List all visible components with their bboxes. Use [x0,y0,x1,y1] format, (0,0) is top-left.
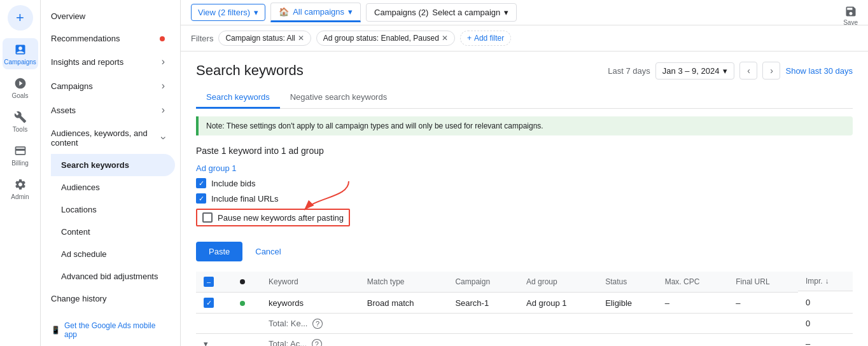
cancel-button[interactable]: Cancel [245,242,291,261]
date-selector: Last 7 days Jan 3 – 9, 2024 ▾ ‹ › Show l… [608,62,853,80]
table-header-status[interactable]: Status [598,272,657,293]
campaigns-chevron: › [162,80,165,92]
note-text: Note: These settings don't apply to all … [206,121,543,130]
filters-bar: Filters Campaign status: All ✕ Ad group … [181,25,868,52]
sidebar-item-assets[interactable]: Assets › [41,98,175,122]
sidebar-item-recommendations[interactable]: Recommendations [41,27,175,50]
date-range-value: Jan 3 – 9, 2024 [662,66,720,76]
sidebar-item-content[interactable]: Content [51,221,175,243]
ad-group-status-chip[interactable]: Ad group status: Enabled, Paused ✕ [316,31,455,46]
sidebar-item-ad-schedule[interactable]: Ad schedule [51,243,175,265]
audiences-kw-chevron: › [157,136,169,139]
pause-keywords-container: Pause new keywords after pasting [196,209,350,234]
table-header-campaign[interactable]: Campaign [447,272,519,293]
row-checkbox[interactable]: ✓ [204,298,214,308]
row-status[interactable]: Eligible [598,293,657,314]
all-campaigns-label: All campaigns [293,7,344,17]
sidebar-item-insights-reports[interactable]: Insights and reports › [41,50,175,74]
mobile-app-link[interactable]: 📱 Get the Google Ads mobile app [41,315,175,345]
admin-icon [13,177,28,192]
select-campaign-dropdown[interactable]: Campaigns (2) Select a campaign ▾ [366,3,517,22]
total-ac-help-icon[interactable]: ? [312,339,322,346]
create-button[interactable]: + [8,5,33,31]
tab-search-keywords[interactable]: Search keywords [196,87,280,109]
paste-title: Paste 1 keyword into 1 ad group [196,146,853,156]
table-header-impr[interactable]: Impr. ↓ [798,272,853,291]
view-filter-dropdown-icon: ▾ [254,8,258,17]
table-header-final-url[interactable]: Final URL [728,272,798,293]
all-campaigns-dropdown[interactable]: 🏠 All campaigns ▾ [270,3,361,22]
page-title: Search keywords [196,62,304,79]
table-header-match-type[interactable]: Match type [360,272,448,293]
save-label: Save [843,19,858,26]
sidebar-item-locations[interactable]: Locations [51,198,175,221]
table-header-max-cpc[interactable]: Max. CPC [657,272,729,293]
ad-group-label: Ad group 1 [196,163,853,173]
select-all-checkbox[interactable]: – [204,277,214,287]
row-max-cpc: – [657,293,729,314]
view-filter-label: View (2 filters) [198,8,250,17]
row-ad-group[interactable]: Ad group 1 [519,293,598,314]
table-row-total-ke: Total: Ke... ? 0 [196,314,853,334]
tools-icon-label: Tools [13,126,27,133]
row-select: ✓ [196,293,232,314]
campaign-bar: View (2 filters) ▾ 🏠 All campaigns ▾ Cam… [181,0,868,25]
home-icon: 🏠 [279,7,289,17]
campaign-status-close[interactable]: ✕ [298,34,304,43]
add-filter-button[interactable]: + Add filter [460,31,511,46]
add-filter-plus-icon: + [467,34,472,43]
row-final-url: – [728,293,798,314]
date-range-dropdown[interactable]: Jan 3 – 9, 2024 ▾ [655,62,735,80]
add-filter-label: Add filter [474,34,504,43]
date-dropdown-chevron: ▾ [723,66,727,76]
paste-button[interactable]: Paste [196,242,242,261]
save-button[interactable]: Save [843,5,858,26]
table-header-ad-group[interactable]: Ad group [519,272,598,293]
sidebar-item-advanced-bid[interactable]: Advanced bid adjustments [51,265,175,287]
date-prev-button[interactable]: ‹ [739,62,757,80]
select-campaign-chevron: ▾ [504,8,508,17]
filters-label: Filters [191,34,213,43]
sidebar-item-overview[interactable]: Overview [41,5,175,27]
content: Search keywords Last 7 days Jan 3 – 9, 2… [181,52,868,346]
sidebar-item-audiences-sub[interactable]: Audiences [51,176,175,198]
sidebar-item-goals-icon[interactable]: Goals [3,72,38,103]
plus-icon: + [16,10,24,26]
status-dot-header [240,279,245,284]
admin-icon-label: Admin [11,193,29,200]
sidebar-item-change-history[interactable]: Change history [41,287,175,310]
total-ac-impr: – [798,334,853,347]
sidebar-item-campaigns[interactable]: Campaigns › [41,74,175,98]
assets-chevron: › [162,104,165,116]
total-ke-help-icon[interactable]: ? [312,319,323,329]
include-urls-checkbox[interactable] [196,193,206,204]
sidebar-item-search-keywords[interactable]: Search keywords [51,154,175,176]
row-match-type: Broad match [360,293,448,314]
ad-group-status-close[interactable]: ✕ [442,34,448,43]
pause-keywords-label: Pause new keywords after pasting [218,213,344,223]
view-filter-button[interactable]: View (2 filters) ▾ [191,4,265,21]
show-last-30-link[interactable]: Show last 30 days [785,66,853,76]
all-campaigns-chevron: ▾ [348,7,353,17]
campaign-status-chip[interactable]: Campaign status: All ✕ [218,31,311,46]
table-header-keyword[interactable]: Keyword [261,272,360,293]
include-urls-label: Include final URLs [211,194,279,204]
sidebar-item-campaigns-icon[interactable]: Campaigns [3,38,38,69]
sort-icon: ↓ [825,277,829,286]
table-header-status-dot [232,272,261,293]
paste-section: Paste 1 keyword into 1 ad group Ad group… [196,146,853,261]
table-row-total-ac: ▾ Total: Ac... ? – [196,334,853,347]
tab-negative-keywords[interactable]: Negative search keywords [280,87,397,109]
sidebar-item-admin-icon[interactable]: Admin [3,173,38,204]
sidebar-item-tools-icon[interactable]: Tools [3,106,38,137]
row-impr: 0 [798,293,853,314]
row-campaign[interactable]: Search-1 [447,293,519,314]
sidebar-item-billing-icon[interactable]: Billing [3,139,38,170]
goals-icon [13,76,28,91]
expand-icon[interactable]: ▾ [204,339,208,346]
sidebar-item-audiences-kw[interactable]: Audiences, keywords, and content › [41,122,175,154]
ad-group-status-label: Ad group status: Enabled, Paused [323,34,439,43]
date-next-button[interactable]: › [762,62,780,80]
pause-keywords-checkbox[interactable] [202,212,213,223]
include-bids-checkbox[interactable] [196,178,206,188]
